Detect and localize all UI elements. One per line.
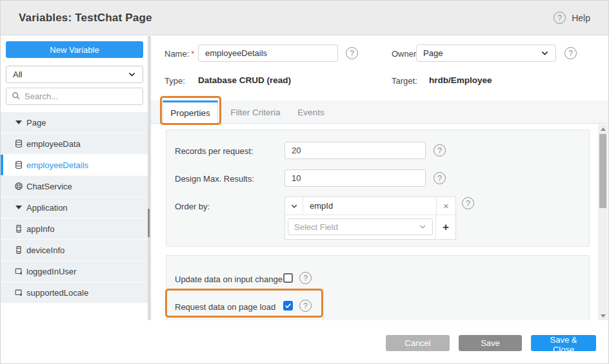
records-per-request-input[interactable] [285, 142, 426, 159]
select-field-placeholder: Select Field [294, 222, 338, 232]
request-on-load-checkbox[interactable] [283, 301, 293, 311]
records-per-request-label: Records per request: [175, 146, 253, 156]
help-label: Help [572, 13, 590, 23]
variable-search[interactable] [6, 88, 143, 105]
update-on-input-checkbox[interactable] [283, 273, 293, 283]
order-by-field-value[interactable]: empId [303, 197, 436, 215]
add-field-row: Select Field + [285, 215, 455, 239]
owner-value: Page [423, 48, 443, 58]
design-max-results-label: Design Max. Results: [175, 174, 254, 184]
tree-group-label: Page [26, 118, 46, 128]
search-icon [12, 91, 20, 102]
device-variable-icon [14, 224, 24, 234]
owner-help-icon[interactable]: ? [564, 47, 577, 59]
editor-tabbar: Properties Filter Criteria Events [151, 101, 609, 124]
database-variable-icon [14, 160, 24, 170]
variable-tree: Page employeeData employeeDetails ChatSe… [1, 112, 148, 303]
tree-item-employeedetails-selected[interactable]: employeeDetails [1, 155, 148, 176]
update-on-input-help-icon[interactable]: ? [299, 272, 312, 284]
tree-item-label: deviceInfo [26, 245, 65, 255]
target-value: hrdb/Employee [429, 75, 492, 85]
database-variable-icon [14, 139, 24, 149]
tree-group-page[interactable]: Page [1, 112, 148, 133]
tree-item-label: appInfo [26, 224, 54, 234]
tab-filter-criteria[interactable]: Filter Criteria [225, 101, 286, 124]
name-label: Name:* [165, 49, 194, 59]
collapse-arrow-icon[interactable] [14, 202, 24, 213]
tree-item-label: ChatService [26, 182, 72, 191]
save-and-close-button[interactable]: Save & Close [531, 335, 596, 351]
behavior-settings-card: Update data on input change ? Request da… [166, 255, 590, 320]
tree-item-label: supportedLocale [26, 288, 88, 298]
tree-item-deviceinfo[interactable]: deviceInfo [1, 240, 148, 261]
help-button[interactable]: ? Help [554, 12, 590, 24]
save-button[interactable]: Save [459, 335, 522, 351]
variables-dialog: Variables: TestChat Page ? Help New Vari… [0, 0, 609, 364]
collapse-arrow-icon[interactable] [14, 117, 24, 128]
cancel-button[interactable]: Cancel [386, 335, 450, 351]
records-help-icon[interactable]: ? [434, 144, 446, 157]
new-variable-button[interactable]: New Variable [6, 41, 143, 58]
select-field-dropdown[interactable]: Select Field [288, 218, 433, 235]
tree-item-supportedlocale[interactable]: supportedLocale [1, 282, 148, 303]
tree-group-application[interactable]: Application [1, 197, 148, 218]
order-by-label: Order by: [175, 202, 210, 211]
tree-group-label: Application [26, 203, 68, 213]
max-results-help-icon[interactable]: ? [434, 172, 446, 184]
properties-panel: Records per request: ? Design Max. Resul… [151, 124, 609, 320]
target-label: Target: [392, 76, 417, 86]
design-max-results-input[interactable] [285, 169, 426, 187]
device-variable-icon [14, 245, 24, 255]
variable-filter-select[interactable]: All [6, 66, 143, 83]
name-input[interactable] [198, 44, 338, 62]
update-on-input-label: Update data on input change [175, 274, 283, 284]
dialog-header: Variables: TestChat Page ? Help [1, 1, 609, 35]
name-help-icon[interactable]: ? [346, 47, 358, 59]
variables-sidebar: New Variable All Page employeeData [1, 36, 148, 320]
variable-editor: Name:* ? Owner:* Page ? Type: Database C… [151, 36, 609, 320]
type-value: Database CRUD (read) [198, 75, 291, 85]
select-field-wrap: Select Field [285, 215, 436, 239]
scroll-up-arrow-icon[interactable] [598, 124, 608, 133]
order-by-help-icon[interactable]: ? [462, 197, 474, 209]
tree-item-label: employeeDetails [26, 160, 88, 170]
tree-item-appinfo[interactable]: appInfo [1, 218, 148, 240]
tree-item-loggedinuser[interactable]: loggedInUser [1, 261, 148, 282]
tree-item-label: employeeData [26, 139, 81, 149]
chevron-down-icon [541, 49, 549, 57]
required-asterisk: * [191, 49, 194, 59]
chevron-down-icon [128, 70, 136, 79]
chevron-down-icon [419, 223, 426, 231]
tab-events[interactable]: Events [293, 101, 329, 124]
sidebar-scrollbar-thumb[interactable] [148, 209, 150, 237]
help-icon: ? [554, 12, 566, 24]
request-on-load-label: Request data on page load [175, 302, 275, 312]
sort-direction-toggle[interactable] [285, 197, 303, 215]
static-variable-icon [14, 266, 24, 276]
scrollbar-thumb[interactable] [599, 134, 606, 208]
dialog-footer: Cancel Save Save & Close [1, 321, 609, 364]
request-on-load-help-icon[interactable]: ? [299, 300, 312, 312]
scroll-down-arrow-icon[interactable] [598, 311, 608, 320]
tab-properties[interactable]: Properties [163, 101, 218, 124]
order-by-row: empId × [285, 197, 455, 215]
pagination-settings-card: Records per request: ? Design Max. Resul… [166, 129, 590, 247]
service-globe-icon [14, 181, 24, 191]
tree-item-label: loggedInUser [26, 267, 76, 276]
order-by-widget: empId × Select Field + [285, 196, 456, 240]
tree-item-chatservice[interactable]: ChatService [1, 176, 148, 197]
page-title: Variables: TestChat Page [19, 12, 152, 24]
content-scrollbar[interactable] [598, 124, 608, 320]
static-variable-icon [14, 287, 24, 298]
variable-filter-value: All [13, 70, 22, 79]
type-label: Type: [165, 76, 185, 86]
remove-field-button[interactable]: × [436, 197, 455, 215]
owner-select[interactable]: Page [416, 44, 556, 62]
tree-item-employeedata[interactable]: employeeData [1, 133, 148, 155]
add-field-button[interactable]: + [436, 215, 455, 239]
search-input[interactable] [25, 91, 137, 101]
